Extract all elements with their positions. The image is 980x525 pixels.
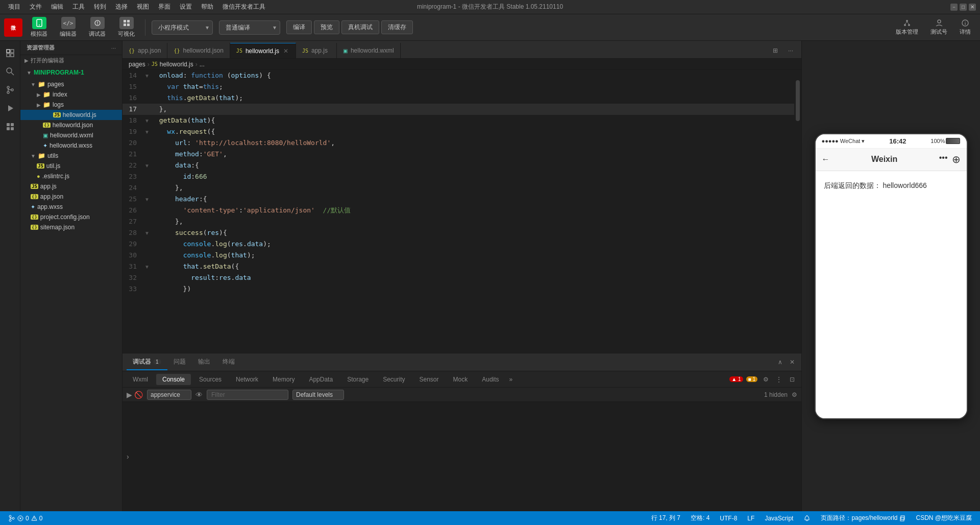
sidebar-item-logs[interactable]: ▶ 📁 logs	[20, 100, 122, 110]
panel-collapse-button[interactable]: ∧	[775, 357, 785, 367]
devtools-more-options[interactable]: ⋮	[774, 374, 784, 385]
devtools-tab-appdata[interactable]: AppData	[303, 374, 339, 385]
simulator-button[interactable]: 模拟器	[27, 15, 52, 40]
sidebar-item-project-config[interactable]: {} project.config.json	[20, 212, 122, 222]
fold-18[interactable]: ▼	[143, 118, 151, 124]
mode-selector[interactable]: 小程序模式 插件模式	[152, 20, 213, 35]
tab-split-icon[interactable]: ⊞	[769, 43, 782, 58]
devtools-tab-memory[interactable]: Memory	[266, 374, 301, 385]
compile-selector[interactable]: 普通编译 自定义编译	[219, 20, 280, 35]
console-run-button[interactable]: ▶	[127, 391, 132, 399]
fold-31[interactable]: ▼	[143, 264, 151, 270]
sidebar-item-utils[interactable]: ▼ 📁 utils	[20, 151, 122, 161]
menu-help[interactable]: 帮助	[197, 2, 217, 12]
scrollbar-thumb[interactable]	[796, 80, 800, 121]
compile-button[interactable]: 编译	[286, 20, 312, 34]
sidebar-item-helloworld-js[interactable]: JS helloworld.js	[20, 110, 122, 120]
devtools-tab-audits[interactable]: Audits	[476, 374, 505, 385]
devtools-tab-console[interactable]: Console	[156, 374, 191, 385]
activity-git[interactable]	[2, 82, 18, 98]
phone-close-circle[interactable]: ⊕	[952, 153, 961, 165]
details-button[interactable]: i 详情	[954, 17, 976, 38]
status-bell[interactable]	[801, 514, 813, 523]
devtools-tab-security[interactable]: Security	[377, 374, 411, 385]
code-editor[interactable]: 14 ▼ onload: function (options) { 15 var…	[122, 70, 801, 353]
breadcrumb-helloworld-js[interactable]: helloworld.js	[160, 61, 193, 68]
menu-weixin-devtools[interactable]: 微信开发者工具	[218, 2, 270, 12]
tab-helloworld-wxml[interactable]: ▣ helloworld.wxml	[337, 43, 401, 58]
sidebar-item-helloworld-wxml[interactable]: ▣ helloworld.wxml	[20, 130, 122, 140]
panel-tab-problems[interactable]: 问题	[167, 354, 192, 370]
fold-19[interactable]: ▼	[143, 129, 151, 135]
tab-more-icon[interactable]: ···	[784, 43, 797, 58]
console-filter-input[interactable]	[207, 390, 288, 400]
status-branch[interactable]: 0 0	[6, 514, 44, 523]
menu-tools[interactable]: 工具	[68, 2, 89, 12]
status-position[interactable]: 行 17, 列 7	[649, 513, 682, 523]
sidebar-item-pages[interactable]: ▼ 📁 pages	[20, 79, 122, 89]
activity-extensions[interactable]	[2, 118, 18, 135]
status-spaces[interactable]: 空格: 4	[689, 513, 712, 523]
minimize-button[interactable]: －	[950, 4, 958, 11]
menu-goto[interactable]: 转到	[90, 2, 110, 12]
clear-cache-button[interactable]: 清缓存	[381, 20, 413, 34]
visual-button[interactable]: 可视化	[114, 15, 139, 40]
menu-view[interactable]: 视图	[133, 2, 153, 12]
phone-back-icon[interactable]: ←	[822, 155, 830, 164]
compile-select[interactable]: 普通编译 自定义编译	[219, 20, 280, 35]
devtools-tab-wxml[interactable]: Wxml	[127, 374, 154, 385]
tab-app-js[interactable]: JS app.js	[296, 43, 337, 58]
levels-select[interactable]: Default levels Verbose Info Warnings Err…	[292, 390, 344, 400]
fold-25[interactable]: ▼	[143, 197, 151, 202]
devtools-tab-sensor[interactable]: Sensor	[413, 374, 445, 385]
sidebar-item-app-wxss[interactable]: ✦ app.wxss	[20, 202, 122, 212]
devtools-tab-sources[interactable]: Sources	[193, 374, 228, 385]
mode-select[interactable]: 小程序模式 插件模式	[152, 20, 213, 35]
devtools-settings-icon[interactable]: ⚙	[761, 374, 771, 385]
editor-scrollbar[interactable]	[794, 70, 801, 353]
devtools-tab-mock[interactable]: Mock	[447, 374, 474, 385]
panel-tab-output[interactable]: 输出	[192, 354, 216, 370]
status-language[interactable]: JavaScript	[763, 514, 795, 523]
sidebar-item-util-js[interactable]: JS util.js	[20, 161, 122, 171]
context-select[interactable]: appservice	[147, 390, 191, 400]
breadcrumb-more[interactable]: ...	[200, 61, 205, 68]
sidebar-project[interactable]: ▼ MINIPROGRAM-1	[20, 66, 122, 79]
menu-settings[interactable]: 设置	[176, 2, 196, 12]
sidebar-item-app-json[interactable]: {} app.json	[20, 192, 122, 202]
menu-file[interactable]: 文件	[26, 2, 46, 12]
status-csdn[interactable]: CSDN @想吃米豆腐	[914, 513, 974, 523]
tab-helloworld-json[interactable]: {} helloworld.json	[167, 43, 230, 58]
console-clear-button[interactable]: 🚫	[134, 391, 143, 399]
sidebar-item-app-js[interactable]: JS app.js	[20, 181, 122, 192]
test-account-button[interactable]: 测试号	[925, 17, 952, 38]
close-button[interactable]: ✕	[969, 4, 976, 11]
phone-menu-dots[interactable]: •••	[939, 153, 948, 165]
panel-close-button[interactable]: ✕	[787, 357, 797, 367]
sidebar-item-index[interactable]: ▶ 📁 index	[20, 89, 122, 100]
preview-button[interactable]: 预览	[314, 20, 339, 34]
menu-project[interactable]: 项目	[4, 2, 24, 12]
real-debug-button[interactable]: 真机调试	[341, 20, 379, 34]
sidebar-item-helloworld-wxss[interactable]: ✦ helloworld.wxss	[20, 140, 122, 151]
status-encoding[interactable]: UTF-8	[718, 514, 739, 523]
console-content[interactable]: ›	[122, 402, 801, 511]
devtools-expand-icon[interactable]: ⊡	[787, 374, 797, 385]
activity-debug[interactable]	[2, 100, 18, 116]
menu-interface[interactable]: 界面	[154, 2, 175, 12]
console-eye-icon[interactable]: 👁	[195, 391, 203, 399]
panel-tab-debugger[interactable]: 调试器 1	[127, 354, 167, 370]
fold-22[interactable]: ▼	[143, 163, 151, 169]
status-line-ending[interactable]: LF	[745, 514, 756, 523]
devtools-tab-storage[interactable]: Storage	[341, 374, 375, 385]
tab-app-json[interactable]: {} app.json	[122, 43, 167, 58]
tab-close-helloworld-js[interactable]: ✕	[282, 46, 289, 56]
tab-helloworld-js[interactable]: JS helloworld.js ✕	[230, 43, 296, 58]
activity-explorer[interactable]	[2, 45, 18, 61]
sidebar-more-icon[interactable]: ···	[111, 45, 116, 51]
version-mgmt-button[interactable]: 版本管理	[891, 17, 923, 38]
status-page-path[interactable]: 页面路径：pages/helloworld	[819, 513, 908, 523]
fold-14[interactable]: ▼	[143, 73, 151, 79]
sidebar-item-helloworld-json[interactable]: {} helloworld.json	[20, 120, 122, 130]
sidebar-item-sitemap-json[interactable]: {} sitemap.json	[20, 222, 122, 232]
